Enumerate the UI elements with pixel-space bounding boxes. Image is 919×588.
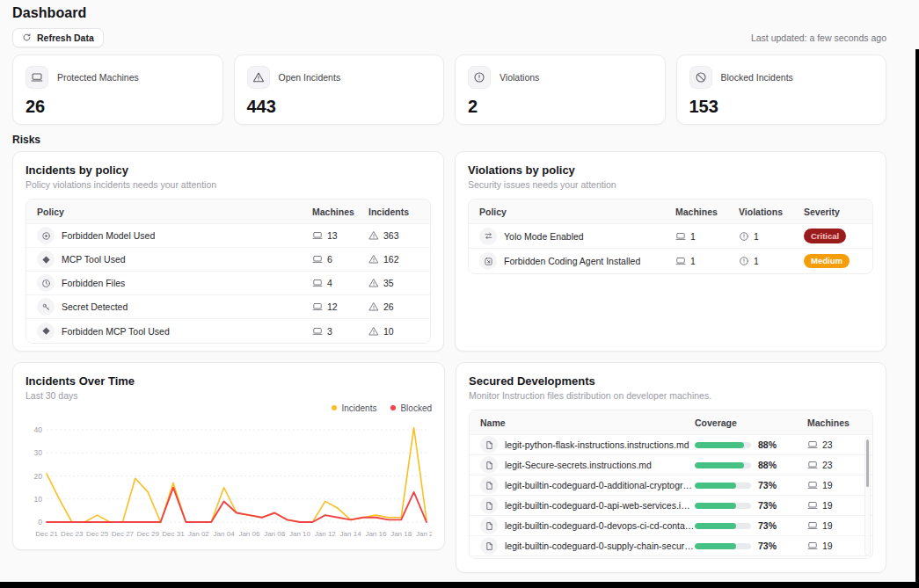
policy-icon-chip	[480, 476, 498, 494]
svg-text:Jan 06: Jan 06	[238, 530, 260, 538]
svg-text:30: 30	[34, 448, 43, 457]
table-row[interactable]: legit-builtin-codeguard-0-api-web-servic…	[470, 496, 872, 516]
agent-box-icon	[484, 257, 493, 266]
policy-icon-chip	[480, 436, 498, 454]
table-row[interactable]: legit-builtin-codeguard-0-additional-cry…	[470, 475, 872, 496]
table-row[interactable]: MCP Tool Used6162	[26, 248, 430, 272]
stat-value: 26	[26, 97, 210, 117]
svg-text:Jan 20: Jan 20	[416, 530, 432, 538]
incidents-panel-subtitle: Policy violations incidents needs your a…	[26, 179, 431, 190]
metric-cell: 19	[807, 520, 855, 531]
table-row[interactable]: Yolo Mode Enabled11Critical	[469, 224, 872, 249]
svg-text:Dec 27: Dec 27	[112, 530, 135, 538]
table-row[interactable]: Secret Detected1226	[26, 295, 430, 319]
warning-triangle-icon	[368, 326, 379, 337]
violations-by-policy-table: PolicyMachinesViolationsSeverityYolo Mod…	[468, 199, 873, 274]
refresh-icon	[22, 33, 32, 42]
metric-cell: 23	[807, 439, 855, 450]
warning-triangle-icon	[368, 301, 379, 312]
stat-cards-row: Protected Machines26Open Incidents443Vio…	[12, 54, 886, 125]
coverage-percent: 73%	[758, 500, 777, 511]
ban-icon	[695, 71, 707, 83]
alert-circle-icon	[473, 71, 485, 83]
stat-icon-chip	[689, 66, 712, 89]
window-frame-right	[915, 49, 919, 588]
last-updated-text: Last updated: a few seconds ago	[751, 33, 886, 43]
file-icon	[485, 521, 494, 531]
table-row[interactable]: legit-python-flask-instructions.instruct…	[470, 435, 872, 455]
laptop-icon	[807, 500, 818, 511]
window-frame-bottom	[0, 582, 919, 588]
incidents-over-time-panel: Incidents Over Time Last 30 days Inciden…	[12, 362, 445, 550]
table-row[interactable]: Forbidden Model Used13363	[26, 224, 430, 248]
coverage-cell: 73%	[695, 520, 807, 531]
laptop-icon	[312, 254, 323, 265]
laptop-icon	[675, 256, 686, 266]
svg-text:0: 0	[38, 518, 42, 526]
svg-text:Dec 21: Dec 21	[35, 530, 58, 538]
refresh-button-label: Refresh Data	[37, 33, 94, 43]
clock-icon	[41, 279, 51, 288]
stat-card: Blocked Incidents153	[676, 54, 887, 125]
stat-card: Violations2	[455, 54, 666, 125]
policy-icon-chip	[480, 537, 498, 555]
coverage-percent: 73%	[758, 541, 777, 551]
stat-card: Protected Machines26	[12, 54, 223, 125]
violations-panel-title: Violations by policy	[468, 163, 873, 177]
table-row[interactable]: Forbidden MCP Tool Used310	[26, 319, 430, 343]
policy-name: Forbidden MCP Tool Used	[62, 326, 170, 337]
legend-item[interactable]: Incidents	[332, 403, 376, 413]
toolbar: Refresh Data Last updated: a few seconds…	[12, 28, 886, 47]
incidents-by-policy-table: PolicyMachinesIncidentsForbidden Model U…	[26, 199, 431, 344]
svg-text:Jan 16: Jan 16	[365, 530, 387, 538]
policy-icon-chip	[480, 456, 498, 474]
coverage-percent: 88%	[758, 439, 777, 450]
coverage-cell: 88%	[695, 460, 807, 470]
metric-cell: 1	[739, 231, 804, 242]
stat-label: Open Incidents	[279, 72, 341, 83]
stat-value: 153	[689, 97, 874, 117]
table-header-row: PolicyMachinesIncidents	[26, 200, 430, 224]
chart-subtitle: Last 30 days	[26, 390, 432, 401]
legend-item[interactable]: Blocked	[390, 403, 432, 413]
table-scrollbar-track[interactable]	[864, 437, 871, 555]
table-row[interactable]: legit-builtin-codeguard-0-supply-chain-s…	[470, 536, 872, 556]
metric-cell: 35	[368, 278, 419, 288]
table-row[interactable]: legit-builtin-codeguard-0-devops-ci-cd-c…	[470, 516, 872, 536]
file-icon	[485, 541, 494, 551]
policy-name: legit-builtin-codeguard-0-api-web-servic…	[505, 500, 695, 511]
policy-name: Forbidden Model Used	[62, 230, 155, 241]
incidents-by-policy-panel: Incidents by policy Policy violations in…	[12, 151, 444, 352]
table-row[interactable]: Forbidden Coding Agent Installed11Medium	[469, 249, 872, 273]
policy-icon-chip	[480, 497, 498, 514]
violations-panel-subtitle: Security issues needs your attention	[468, 179, 873, 190]
laptop-icon	[312, 230, 323, 241]
svg-text:Dec 23: Dec 23	[61, 530, 84, 538]
laptop-icon	[807, 541, 818, 551]
metric-cell: 19	[807, 480, 855, 490]
stat-card: Open Incidents443	[234, 54, 445, 125]
page-title: Dashboard	[12, 5, 886, 21]
metric-cell: 1	[739, 256, 804, 266]
warning-triangle-icon	[368, 278, 379, 288]
alert-circle-icon	[739, 256, 749, 266]
secured-developments-table: NameCoverageMachineslegit-python-flask-i…	[469, 410, 873, 559]
switch-arrows-icon	[484, 231, 493, 241]
table-row-partial[interactable]	[470, 556, 872, 559]
warning-triangle-icon	[368, 230, 379, 241]
policy-name: legit-python-flask-instructions.instruct…	[505, 439, 689, 450]
alert-circle-icon	[739, 231, 749, 242]
table-row[interactable]: Forbidden Files435	[26, 272, 430, 295]
coverage-cell: 88%	[695, 439, 807, 450]
policy-name: legit-builtin-codeguard-0-additional-cry…	[505, 480, 695, 490]
metric-cell: 10	[368, 326, 419, 337]
stat-icon-chip	[247, 66, 270, 89]
table-header-row: PolicyMachinesViolationsSeverity	[469, 200, 872, 224]
refresh-data-button[interactable]: Refresh Data	[12, 28, 104, 47]
table-row[interactable]: legit-Secure-secrets.instructions.md88%2…	[470, 455, 872, 475]
table-scrollbar-thumb[interactable]	[866, 439, 869, 487]
file-icon	[485, 501, 494, 511]
metric-cell: 19	[807, 500, 855, 511]
svg-text:Jan 02: Jan 02	[188, 530, 210, 538]
policy-name: Forbidden Coding Agent Installed	[504, 256, 640, 266]
